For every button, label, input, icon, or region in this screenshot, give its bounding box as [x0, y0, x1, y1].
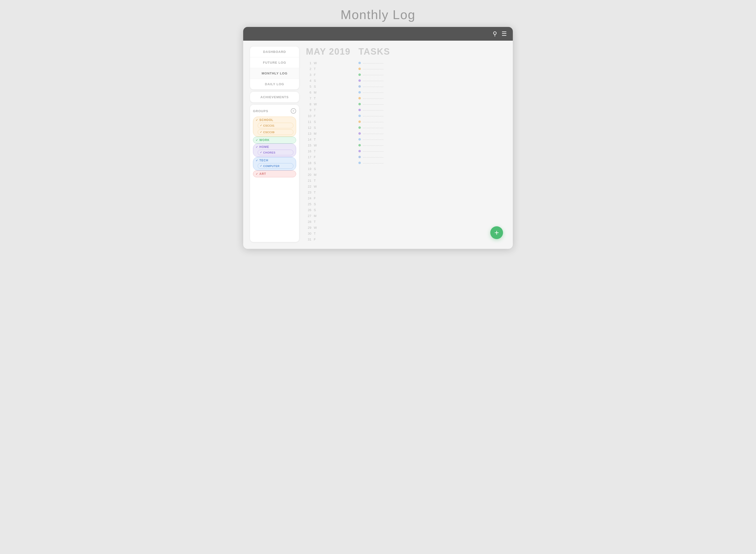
group-tech[interactable]: ✓TECH✓COMPUTER: [253, 157, 296, 170]
group-label-art: ART: [259, 172, 266, 176]
task-row[interactable]: ----------------: [358, 84, 506, 89]
task-line: ----------------: [363, 61, 384, 65]
add-fab-button[interactable]: +: [490, 226, 503, 239]
calendar-row[interactable]: 6M: [306, 90, 351, 95]
calendar-row[interactable]: 22W: [306, 184, 351, 189]
achievements-button[interactable]: ACHIEVEMENTS: [250, 92, 299, 102]
calendar-row[interactable]: 28T: [306, 219, 351, 224]
calendar-row[interactable]: 10F: [306, 113, 351, 118]
calendar-row[interactable]: 2T: [306, 66, 351, 71]
cal-day-number: 31: [306, 237, 311, 241]
tasks-column: TASKS ----------------------------------…: [358, 47, 506, 242]
group-sub-computer[interactable]: ✓COMPUTER: [258, 163, 293, 169]
calendar-row[interactable]: 9T: [306, 107, 351, 113]
calendar-row[interactable]: 13M: [306, 131, 351, 136]
sidebar-item-future-log[interactable]: FUTURE LOG: [250, 57, 299, 68]
search-icon[interactable]: ⚲: [493, 31, 497, 37]
group-art[interactable]: ✓ART: [253, 170, 296, 177]
cal-day-name: W: [314, 61, 318, 65]
calendar-row[interactable]: 5S: [306, 84, 351, 89]
calendar-row[interactable]: 29W: [306, 225, 351, 230]
cal-day-number: 23: [306, 190, 311, 194]
cal-day-number: 7: [306, 97, 311, 100]
calendar-row[interactable]: 27M: [306, 213, 351, 218]
calendar-row[interactable]: 21T: [306, 178, 351, 183]
task-dot: [358, 68, 361, 70]
calendar-row[interactable]: 12S: [306, 125, 351, 130]
task-dot: [358, 120, 361, 123]
task-row[interactable]: ----------------: [358, 149, 506, 154]
calendar-row[interactable]: 25S: [306, 201, 351, 207]
task-row[interactable]: ----------------: [358, 72, 506, 77]
task-row[interactable]: ----------------: [358, 160, 506, 166]
task-row[interactable]: ----------------: [358, 125, 506, 130]
group-school[interactable]: ✓SCHOOL✓CSCC01✓CSCC09: [253, 117, 296, 137]
calendar-row[interactable]: 17F: [306, 154, 351, 160]
task-dot: [358, 126, 361, 129]
sub-check-icon: ✓: [260, 130, 262, 134]
calendar-row[interactable]: 3F: [306, 72, 351, 77]
task-row[interactable]: ----------------: [358, 113, 506, 118]
group-work[interactable]: ✓WORK: [253, 137, 296, 144]
cal-day-name: M: [314, 91, 318, 94]
group-check-work: ✓: [256, 138, 258, 142]
task-row[interactable]: ----------------: [358, 78, 506, 83]
cal-day-number: 16: [306, 149, 311, 153]
sidebar-item-dashboard[interactable]: DASHBOARD: [250, 47, 299, 57]
calendar-row[interactable]: 16T: [306, 149, 351, 154]
group-sub-cscc09[interactable]: ✓CSCC09: [258, 129, 293, 135]
cal-day-number: 8: [306, 102, 311, 106]
calendar-row[interactable]: 11S: [306, 119, 351, 124]
sidebar-item-monthly-log[interactable]: MONTHLY LOG: [250, 68, 299, 79]
cal-day-number: 29: [306, 226, 311, 229]
calendar-row[interactable]: 14T: [306, 137, 351, 142]
cal-day-name: T: [314, 149, 318, 153]
calendar-row[interactable]: 20M: [306, 172, 351, 177]
cal-day-number: 1: [306, 61, 311, 65]
calendar-row[interactable]: 15W: [306, 143, 351, 148]
task-dot: [358, 85, 361, 88]
task-row[interactable]: ----------------: [358, 107, 506, 113]
group-home[interactable]: ✓HOME✓CHORES: [253, 144, 296, 157]
group-label-work: WORK: [259, 138, 270, 142]
calendar-row[interactable]: 7T: [306, 96, 351, 101]
calendar-row[interactable]: 19S: [306, 166, 351, 171]
task-dot: [358, 97, 361, 100]
group-check-school: ✓: [256, 118, 258, 122]
menu-icon[interactable]: ☰: [502, 31, 507, 37]
task-row[interactable]: ----------------: [358, 119, 506, 124]
calendar-row[interactable]: 24F: [306, 196, 351, 201]
task-row[interactable]: ----------------: [358, 66, 506, 71]
calendar-row[interactable]: 18S: [306, 160, 351, 166]
group-sub-cscc01[interactable]: ✓CSCC01: [258, 123, 293, 128]
task-row[interactable]: ----------------: [358, 60, 506, 66]
calendar-row[interactable]: 30T: [306, 231, 351, 236]
page-title: Monthly Log: [341, 7, 415, 22]
calendar-row[interactable]: 4S: [306, 78, 351, 83]
groups-add-button[interactable]: +: [291, 108, 296, 114]
sub-check-icon: ✓: [260, 124, 262, 127]
tasks-title: TASKS: [358, 47, 506, 57]
task-row[interactable]: ----------------: [358, 101, 506, 107]
group-sub-chores[interactable]: ✓CHORES: [258, 150, 293, 155]
task-row[interactable]: ----------------: [358, 137, 506, 142]
calendar-row[interactable]: 1W: [306, 60, 351, 66]
calendar-row[interactable]: 8W: [306, 101, 351, 107]
sub-label: CHORES: [263, 151, 275, 154]
main-area: DASHBOARDFUTURE LOGMONTHLY LOGDAILY LOG …: [243, 41, 513, 249]
task-row[interactable]: ----------------: [358, 96, 506, 101]
group-header-home: ✓HOME: [256, 145, 293, 149]
task-row[interactable]: ----------------: [358, 154, 506, 160]
sidebar-item-daily-log[interactable]: DAILY LOG: [250, 79, 299, 90]
calendar-row[interactable]: 31F: [306, 236, 351, 242]
calendar-row[interactable]: 26S: [306, 207, 351, 213]
task-row[interactable]: ----------------: [358, 131, 506, 136]
task-row[interactable]: ----------------: [358, 143, 506, 148]
task-row[interactable]: ----------------: [358, 90, 506, 95]
sub-check-icon: ✓: [260, 164, 262, 168]
task-line: ----------------: [363, 132, 384, 135]
task-dot: [358, 62, 361, 64]
cal-day-number: 3: [306, 73, 311, 77]
group-header-tech: ✓TECH: [256, 159, 293, 162]
calendar-row[interactable]: 23T: [306, 189, 351, 195]
